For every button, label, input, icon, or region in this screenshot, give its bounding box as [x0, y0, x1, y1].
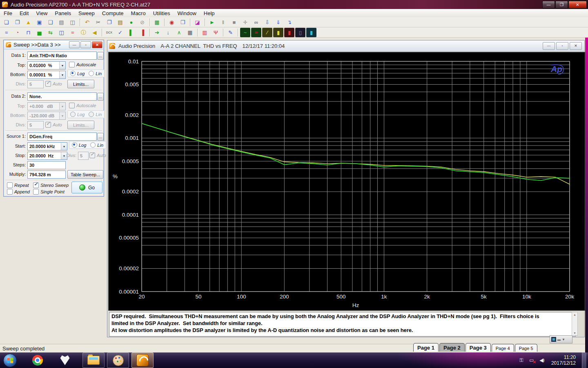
- page-thumb-5-button[interactable]: ▮: [284, 28, 294, 37]
- regulate-panel-button[interactable]: Ψ: [211, 28, 221, 37]
- minimized-window-button[interactable]: ▦ ▬ ▼: [550, 335, 572, 343]
- menu-item-compute[interactable]: Compute: [98, 9, 127, 17]
- menu-item-file[interactable]: File: [0, 9, 16, 17]
- page-thumb-7-button[interactable]: ▮: [306, 28, 316, 37]
- power-plug-icon[interactable]: ⚿: [518, 357, 525, 364]
- save-all-button[interactable]: ❑: [45, 18, 56, 27]
- sweep-append-button[interactable]: ↓: [163, 28, 173, 37]
- menu-item-view[interactable]: View: [32, 9, 51, 17]
- paste-button[interactable]: ▤: [115, 18, 125, 27]
- generator-panel-button[interactable]: ▅: [34, 28, 45, 37]
- sweep-panel-titlebar[interactable]: Sweep >>Data 3 >> — ▫ ✕: [4, 40, 103, 49]
- graph-maximize-button[interactable]: ▫: [556, 42, 568, 50]
- data2-input[interactable]: None.: [27, 92, 97, 101]
- repeat-checkbox[interactable]: Repeat: [7, 182, 29, 188]
- bargraph-green-button[interactable]: ▌: [126, 28, 136, 37]
- data1-limits-button[interactable]: Limits...: [67, 80, 94, 88]
- dropdown-arrow-icon[interactable]: ▼: [61, 143, 67, 150]
- pan-tool-button[interactable]: ✛: [240, 18, 250, 27]
- page-thumb-2-button[interactable]: ≈: [251, 28, 261, 37]
- analog-analyzer-button[interactable]: ◔: [12, 28, 22, 37]
- comment-scrollbar[interactable]: ▲ ▼: [572, 312, 578, 336]
- page-tab-5[interactable]: Page 5: [515, 344, 537, 352]
- info-panel-button[interactable]: ⓘ: [78, 28, 89, 37]
- stereo-sweep-checkbox[interactable]: Stereo Sweep: [33, 182, 69, 188]
- page-thumb-6-button[interactable]: ▯: [295, 28, 305, 37]
- graph-buffer-button[interactable]: ▦: [152, 18, 162, 27]
- menu-item-edit[interactable]: Edit: [16, 9, 32, 17]
- macro-editor-button[interactable]: ✎: [225, 28, 236, 37]
- restore-icon[interactable]: ▬: [557, 338, 561, 341]
- data-table-button[interactable]: ▦: [185, 28, 195, 37]
- bargraph-panel-button[interactable]: ▥: [200, 28, 210, 37]
- append-checkbox[interactable]: Append: [7, 189, 30, 195]
- taskbar-foobar2000-button[interactable]: [54, 353, 76, 368]
- cut-button[interactable]: ✂: [93, 18, 103, 27]
- panel-minimize-button[interactable]: —: [69, 41, 80, 48]
- taskbar-paint-button[interactable]: [107, 352, 129, 368]
- close-button[interactable]: ✕: [568, 1, 587, 9]
- chart-area[interactable]: 20501002005001k2k5k10k20k0.010.0050.0020…: [108, 52, 585, 311]
- scroll-down-icon[interactable]: ▼: [573, 331, 576, 335]
- go-button[interactable]: Go: [71, 182, 102, 193]
- cursor-goto-button[interactable]: ↴: [284, 18, 294, 27]
- new-test-button[interactable]: ❏: [1, 18, 11, 27]
- dropdown-arrow-icon[interactable]: ▼: [59, 71, 65, 79]
- menu-item-macro[interactable]: Macro: [127, 9, 149, 17]
- cursor-down-button[interactable]: ⇩: [262, 18, 272, 27]
- restore-button[interactable]: ❐: [555, 1, 568, 9]
- bargraph-red-button[interactable]: ▐: [137, 28, 147, 37]
- graph-close-button[interactable]: ✕: [570, 42, 582, 50]
- stop-button[interactable]: ⊘: [137, 18, 147, 27]
- page-tab-4[interactable]: Page 4: [492, 344, 514, 352]
- sweep-run-button[interactable]: ➔: [152, 28, 162, 37]
- start-button[interactable]: [3, 354, 17, 367]
- data1-lin-radio[interactable]: Lin: [89, 71, 102, 76]
- page-tab-3[interactable]: Page 3: [466, 343, 491, 352]
- cursor-next-button[interactable]: ⇓: [273, 18, 283, 27]
- source1-input[interactable]: DGen.Freq: [27, 132, 97, 141]
- start-sweep-button[interactable]: ►: [207, 18, 217, 27]
- dio-panel-button[interactable]: ◫: [56, 28, 67, 37]
- page-thumb-3-button[interactable]: ∕: [262, 28, 272, 37]
- open-test-button[interactable]: ▲: [23, 18, 33, 27]
- page-tab-2[interactable]: Page 2: [439, 343, 465, 352]
- data2-browse-button[interactable]: ...: [97, 93, 104, 101]
- graph-titlebar[interactable]: Audio Precision A-A 2 CHANNEL THD vs FRE…: [107, 40, 584, 52]
- copy-button[interactable]: ❐: [104, 18, 114, 27]
- monitor-tool-button[interactable]: ∞: [251, 18, 261, 27]
- page-tab-1[interactable]: Page 1: [413, 343, 439, 352]
- thd-vs-freq-chart[interactable]: 20501002005001k2k5k10k20k0.010.0050.0020…: [109, 52, 585, 310]
- minimize-button[interactable]: —: [542, 1, 555, 9]
- menu-item-help[interactable]: Help: [200, 9, 218, 17]
- wizard-button[interactable]: ◪: [192, 18, 203, 27]
- dcx-panel-button[interactable]: DCX: [104, 28, 114, 37]
- page-thumb-4-button[interactable]: ▮: [273, 28, 283, 37]
- print-button[interactable]: ▤: [56, 18, 67, 27]
- open-append-button[interactable]: ❐: [12, 18, 22, 27]
- menu-item-panels[interactable]: Panels: [51, 9, 75, 17]
- go-button[interactable]: ●: [126, 18, 136, 27]
- show-desktop-button[interactable]: [582, 352, 586, 368]
- pause-sweep-button[interactable]: ‖: [218, 18, 228, 27]
- stop-combo[interactable]: 20.0000 Hz▼: [27, 152, 67, 160]
- source1-log-radio[interactable]: Log: [72, 142, 86, 148]
- settling-panel-button[interactable]: ✓: [115, 28, 125, 37]
- panel-maximize-button[interactable]: ▫: [80, 41, 91, 48]
- panel-close-button[interactable]: ✕: [92, 41, 102, 48]
- source1-browse-button[interactable]: ...: [97, 133, 104, 141]
- digital-analyzer-button[interactable]: ⊓: [23, 28, 33, 37]
- table-sweep-button[interactable]: Table Sweep...: [67, 170, 103, 179]
- single-point-checkbox[interactable]: Single Point: [33, 189, 65, 195]
- graph-minimize-button[interactable]: —: [543, 42, 555, 50]
- data1-bottom-combo[interactable]: 0.00001 %▼: [27, 71, 66, 79]
- volume-icon[interactable]: ◀)): [539, 357, 545, 364]
- undo-button[interactable]: ↶: [82, 18, 92, 27]
- multitone-panel-button[interactable]: ≈: [67, 28, 78, 37]
- menu-item-utilities[interactable]: Utilities: [149, 9, 174, 17]
- speaker-panel-button[interactable]: ◀: [89, 28, 100, 37]
- expand-icon[interactable]: ▼: [562, 338, 565, 341]
- multiply-input[interactable]: 794.328 m: [27, 171, 66, 179]
- comment-box[interactable]: DSP required. Simultaneous THD+N measure…: [109, 312, 576, 337]
- menu-item-sweep[interactable]: Sweep: [75, 9, 98, 17]
